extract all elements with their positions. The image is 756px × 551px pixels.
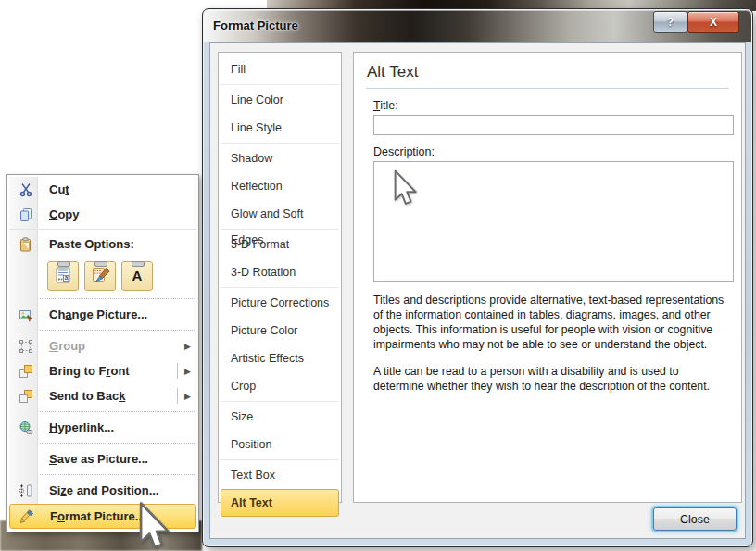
hyperlink-icon [13, 420, 39, 435]
menu-item-copy[interactable]: Copy [9, 202, 196, 227]
menu-item-label: Change Picture... [49, 307, 147, 321]
size-position-icon [13, 483, 39, 498]
group-icon [13, 339, 39, 354]
menu-item-group[interactable]: Group▶ [9, 333, 196, 358]
dialog-help-button[interactable]: ? [653, 11, 687, 33]
menu-item-change-picture[interactable]: Change Picture... [9, 302, 196, 327]
heading-divider [366, 88, 729, 89]
paste-doc-a-icon: a [54, 266, 72, 287]
format-picture-dialog: Format Picture ? X FillLine ColorLine St… [202, 8, 753, 547]
paste-option-destination-theme[interactable] [84, 261, 116, 291]
alt-text-help-paragraph-1: Titles and descriptions provide alternat… [373, 294, 730, 353]
sidebar-item-position[interactable]: Position [220, 431, 339, 458]
sidebar-item-3-d-rotation[interactable]: 3-D Rotation [220, 258, 339, 286]
sidebar-item-line-color[interactable]: Line Color [220, 86, 339, 114]
dialog-title: Format Picture [213, 19, 298, 32]
sidebar-item-reflection[interactable]: Reflection [220, 172, 339, 200]
menu-item-paste-options: Paste Options: [9, 232, 196, 257]
menu-item-save-as-picture[interactable]: Save as Picture... [9, 446, 196, 471]
sidebar-item-picture-corrections[interactable]: Picture Corrections [220, 289, 339, 317]
menu-item-cut[interactable]: Cut [9, 177, 196, 202]
sidebar-item-3-d-format[interactable]: 3-D Format [220, 231, 339, 258]
menu-item-label: Paste Options: [49, 237, 134, 251]
menu-separator [40, 443, 195, 444]
paste-option-keep-text-only[interactable]: A [121, 261, 153, 291]
description-field-wrap [373, 161, 728, 282]
description-label: Description: [373, 145, 741, 158]
sidebar-group-separator [220, 401, 339, 402]
close-button[interactable]: Close [653, 507, 737, 531]
paste-brush-icon [91, 266, 109, 287]
svg-text:a: a [64, 274, 68, 281]
menu-item-size-and-position[interactable]: Size and Position... [9, 478, 196, 503]
menu-item-label: Hyperlink... [49, 420, 114, 434]
menu-separator [40, 330, 195, 331]
help-icon: ? [667, 16, 674, 29]
menu-separator [40, 474, 195, 475]
menu-item-label: Format Picture... [50, 509, 145, 523]
sidebar-item-artistic-effects[interactable]: Artistic Effects [220, 344, 339, 372]
menu-item-hyperlink[interactable]: Hyperlink... [9, 415, 196, 440]
title-label: Title: [373, 99, 741, 112]
submenu-arrow-icon: ▶ [184, 392, 191, 401]
mouse-cursor [137, 500, 170, 551]
sidebar-item-picture-color[interactable]: Picture Color [220, 317, 339, 344]
sidebar-group-separator [220, 84, 339, 85]
close-icon: X [710, 16, 717, 29]
sidebar-group-separator [220, 287, 339, 288]
sidebar-item-crop[interactable]: Crop [220, 372, 339, 400]
sidebar-item-size[interactable]: Size [220, 403, 339, 431]
menu-item-label: Copy [49, 207, 80, 221]
alt-text-help-paragraph-2: A title can be read to a person with a d… [373, 365, 730, 394]
scissors-icon [13, 182, 39, 197]
paste-option-source-formatting[interactable]: a [47, 261, 79, 291]
sidebar-group-separator [220, 459, 339, 460]
context-menu: CutCopyPaste Options:aAChange Picture...… [6, 174, 199, 532]
submenu-split-divider [177, 388, 178, 404]
sidebar-item-shadow[interactable]: Shadow [220, 144, 339, 172]
category-list: FillLine ColorLine StyleShadowReflection… [218, 52, 342, 503]
submenu-arrow-icon: ▶ [184, 342, 191, 351]
sidebar-group-separator [220, 143, 339, 144]
sidebar-item-alt-text[interactable]: Alt Text [220, 489, 339, 517]
send-to-back-icon [13, 389, 39, 404]
submenu-arrow-icon: ▶ [184, 367, 191, 376]
menu-item-send-to-back[interactable]: Send to Back▶ [9, 383, 196, 408]
menu-item-bring-to-front[interactable]: Bring to Front▶ [9, 358, 196, 383]
menu-item-label: Group [49, 339, 85, 353]
change-picture-icon [13, 307, 39, 322]
dialog-close-button[interactable]: X [687, 11, 739, 33]
sidebar-item-glow-and-soft-edges[interactable]: Glow and Soft Edges [220, 200, 339, 228]
screen: CutCopyPaste Options:aAChange Picture...… [0, 0, 756, 551]
paste-options-row: aA [9, 257, 196, 295]
dialog-content: FillLine ColorLine StyleShadowReflection… [209, 42, 746, 539]
bring-to-front-icon [13, 364, 39, 379]
sidebar-item-text-box[interactable]: Text Box [220, 461, 339, 489]
format-picture-icon [14, 509, 40, 524]
svg-text:A: A [132, 267, 143, 282]
panel-heading: Alt Text [367, 63, 728, 81]
menu-separator [40, 411, 195, 412]
sidebar-item-fill[interactable]: Fill [220, 56, 339, 83]
menu-item-label: Size and Position... [49, 483, 158, 497]
sidebar-item-line-style[interactable]: Line Style [220, 114, 339, 142]
alt-text-panel: Alt Text Title: Description: Titles and … [353, 52, 742, 503]
menu-item-label: Save as Picture... [49, 452, 148, 466]
submenu-split-divider [177, 363, 178, 379]
description-input[interactable] [373, 161, 734, 282]
paste-letter-a-icon: A [128, 266, 146, 287]
mouse-cursor [393, 169, 417, 207]
menu-item-label: Bring to Front [49, 364, 130, 378]
paste-icon [13, 237, 39, 252]
title-input[interactable] [373, 115, 734, 135]
menu-item-label: Cut [49, 182, 69, 196]
menu-separator [40, 298, 195, 299]
copy-icon [13, 207, 39, 222]
menu-item-label: Send to Back [49, 389, 125, 403]
menu-separator [9, 229, 196, 230]
